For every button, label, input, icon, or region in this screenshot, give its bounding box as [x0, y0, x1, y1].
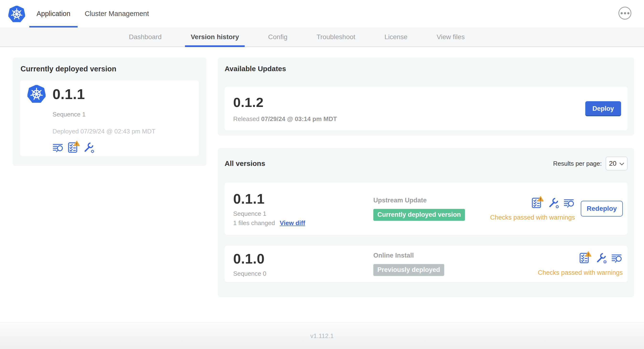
version-source-label: Online Install — [373, 252, 538, 259]
available-updates-title: Available Updates — [224, 65, 628, 73]
row-version-label: 0.1.1 — [233, 191, 373, 207]
edit-config-icon[interactable] — [83, 142, 94, 153]
version-row: 0.1.0 Sequence 0 Online Install Previous… — [224, 246, 628, 282]
all-versions-panel: All versions Results per page: 20 — [218, 148, 634, 297]
currently-deployed-panel: Currently deployed version 0.1.1 Sequenc… — [13, 58, 206, 166]
subnav-troubleshoot-label: Troubleshoot — [316, 33, 355, 41]
preflight-checks-warning-icon[interactable] — [579, 251, 591, 264]
admin-console-screen: Application Cluster Management Dashboard… — [0, 0, 644, 349]
preflight-status-text: Checks passed with warnings — [490, 214, 575, 221]
kubernetes-logo-icon — [8, 6, 25, 22]
active-subtab-underline — [185, 45, 245, 47]
subnav-tab-troubleshoot[interactable]: Troubleshoot — [316, 28, 355, 46]
currently-deployed-card: 0.1.1 Sequence 1 Deployed 07/29/24 @ 02:… — [20, 80, 199, 156]
all-versions-title: All versions — [224, 160, 265, 168]
preflight-checks-warning-icon[interactable] — [67, 141, 80, 153]
preflight-checks-warning-icon[interactable] — [531, 196, 544, 209]
header-tabs: Application Cluster Management — [29, 0, 156, 28]
tab-cluster-management-label: Cluster Management — [85, 10, 149, 18]
currently-deployed-title: Currently deployed version — [20, 65, 199, 73]
view-logs-icon[interactable] — [611, 252, 623, 264]
deployed-timestamp: Deployed 07/29/24 @ 02:43 pm MDT — [52, 128, 194, 135]
app-footer: v1.112.1 — [0, 322, 644, 349]
view-diff-link[interactable]: View diff — [280, 220, 305, 227]
subnav-view-files-label: View files — [436, 33, 465, 41]
results-per-page-label: Results per page: — [553, 160, 602, 167]
chevron-down-icon — [620, 162, 624, 165]
tab-application-label: Application — [36, 10, 70, 18]
released-date: 07/29/24 @ 03:14 pm MDT — [261, 115, 337, 122]
ellipsis-icon — [624, 12, 626, 14]
deploy-button[interactable]: Deploy — [585, 101, 621, 116]
released-prefix: Released — [233, 115, 260, 122]
currently-deployed-badge: Currently deployed version — [373, 209, 465, 221]
row-sequence-label: Sequence 1 — [233, 210, 373, 218]
results-per-page-value: 20 — [609, 160, 616, 167]
edit-config-icon[interactable] — [548, 197, 559, 209]
available-update-card: 0.1.2 Released 07/29/24 @ 03:14 pm MDT D… — [224, 87, 628, 130]
app-kubernetes-icon — [28, 85, 46, 103]
row-version-label: 0.1.0 — [233, 251, 373, 267]
version-row: 0.1.1 Sequence 1 1 files changed View di… — [224, 182, 628, 235]
previously-deployed-badge: Previously deployed — [373, 264, 444, 276]
deployed-sequence-label: Sequence 1 — [52, 111, 194, 118]
files-changed-label: 1 files changed — [233, 220, 275, 227]
subnav-tab-dashboard[interactable]: Dashboard — [129, 28, 162, 46]
view-logs-icon[interactable] — [52, 142, 64, 153]
subnav-tab-view-files[interactable]: View files — [436, 28, 465, 46]
console-version-label: v1.112.1 — [310, 332, 334, 340]
update-version-label: 0.1.2 — [233, 94, 337, 110]
subnav-dashboard-label: Dashboard — [129, 33, 162, 41]
available-updates-panel: Available Updates 0.1.2 Released 07/29/2… — [218, 58, 634, 136]
ellipsis-menu-button[interactable] — [618, 7, 631, 20]
subnav-license-label: License — [384, 33, 408, 41]
tab-cluster-management[interactable]: Cluster Management — [78, 0, 156, 28]
active-tab-underline — [29, 26, 78, 28]
subnav-tab-version-history[interactable]: Version history — [191, 28, 239, 46]
main-content: Currently deployed version 0.1.1 Sequenc… — [0, 47, 644, 322]
subnav-tab-license[interactable]: License — [384, 28, 408, 46]
subnav-tab-config[interactable]: Config — [268, 28, 288, 46]
preflight-status-text: Checks passed with warnings — [538, 269, 623, 276]
results-per-page-select[interactable]: 20 — [606, 156, 628, 170]
subnav-version-history-label: Version history — [191, 33, 239, 41]
view-logs-icon[interactable] — [564, 197, 575, 209]
right-column: Available Updates 0.1.2 Released 07/29/2… — [218, 58, 634, 297]
deployed-version-label: 0.1.1 — [52, 86, 85, 102]
results-per-page: Results per page: 20 — [553, 156, 628, 170]
edit-config-icon[interactable] — [596, 252, 607, 264]
version-source-label: Upstream Update — [373, 197, 490, 204]
update-released-line: Released 07/29/24 @ 03:14 pm MDT — [233, 115, 337, 123]
row-sequence-label: Sequence 0 — [233, 270, 373, 278]
tab-application[interactable]: Application — [29, 0, 78, 28]
redeploy-button[interactable]: Redeploy — [581, 201, 623, 216]
subnav-config-label: Config — [268, 33, 288, 41]
app-subnav: Dashboard Version history Config Trouble… — [0, 28, 644, 47]
app-header: Application Cluster Management — [0, 0, 644, 28]
